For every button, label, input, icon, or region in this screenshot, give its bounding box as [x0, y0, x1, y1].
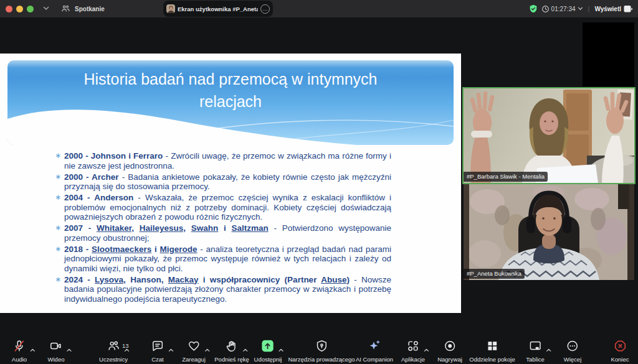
chevron-up-icon[interactable]	[168, 343, 174, 355]
chevron-up-icon[interactable]	[67, 343, 72, 355]
slide-bullet: ∗2018 - Slootmaeckers i Migerode - anali…	[55, 245, 391, 274]
slide-title: Historia badań nad przemocą w intymnych …	[25, 68, 436, 113]
toolbar-nagrywaj[interactable]: Nagrywaj	[437, 340, 462, 363]
camera-icon	[49, 339, 63, 355]
titlebar-divider: |	[588, 5, 590, 12]
toolbar-oddzielne-pokoje[interactable]: Oddzielne pokoje	[469, 340, 515, 363]
video-tile-camera-off[interactable]	[583, 22, 634, 86]
toolbar-label: Audio	[12, 356, 27, 363]
slide-bullet: ∗2000 - Johnson i Ferraro - Zwrócili uwa…	[55, 151, 391, 170]
meeting-timer-value: 01:27:34	[551, 6, 576, 12]
toolbar-udostępnij[interactable]: Udostępnij	[254, 340, 282, 363]
slide-bullet: ∗2000 - Archer - Badania ankietowe pokaz…	[55, 172, 391, 192]
aneta-video-art	[464, 184, 634, 280]
toolbar-uczestnicy[interactable]: 13Uczestnicy	[99, 340, 128, 363]
bullet-asterisk-icon: ∗	[55, 245, 61, 254]
toolbar-label: Czat	[151, 356, 164, 363]
slide-bullet: ∗2007 - Whitaker, Haileyesus, Swahn i Sa…	[55, 223, 391, 243]
toolbar-label: Koniec	[611, 356, 629, 363]
toolbar-ai-companion[interactable]: AI Companion	[356, 340, 393, 363]
security-shield-icon[interactable]	[528, 4, 538, 14]
tab-meeting[interactable]: Spotkanie	[61, 0, 105, 17]
zoom-app-window: Spotkanie Ekran użytkownika #P_Aneta … 0…	[0, 0, 638, 364]
meeting-toolbar: AudioWideo13UczestnicyCzatZareagujPodnie…	[0, 336, 638, 364]
bullet-asterisk-icon: ∗	[55, 172, 61, 182]
toolbar-label: Narzędzia prowadzącego	[288, 356, 355, 363]
chevron-up-icon[interactable]	[279, 343, 284, 355]
breakout-icon	[485, 339, 499, 355]
more-icon	[566, 339, 579, 355]
bullet-asterisk-icon: ∗	[55, 275, 61, 285]
tab-avatar	[166, 4, 175, 13]
fullscreen-window-button[interactable]	[27, 6, 34, 12]
toolbar-więcej[interactable]: Więcej	[564, 340, 582, 363]
toolbar-tablice[interactable]: Tablice	[526, 340, 545, 363]
video-tile-aneta[interactable]: #P_Aneta Bukowska	[464, 184, 634, 280]
chevron-up-icon[interactable]	[204, 343, 210, 355]
toolbar-label: Tablice	[526, 356, 545, 363]
chevron-up-icon[interactable]	[242, 343, 248, 355]
slide-bullets: ∗2000 - Johnson i Ferraro - Zwrócili uwa…	[55, 151, 391, 306]
tab-screen-share-label: Ekran użytkownika #P_Aneta	[178, 6, 258, 12]
toolbar-czat[interactable]: Czat	[151, 340, 164, 363]
titlebar-chevron-down-icon[interactable]	[43, 4, 49, 12]
tab-options-ellipsis-icon[interactable]: …	[260, 4, 270, 14]
barbara-video-art	[464, 88, 634, 183]
toolbar-label: Udostępnij	[254, 356, 282, 363]
video-tile-barbara[interactable]: #P_Barbara Sławik - Mentalia	[462, 87, 636, 184]
toolbar-label: Podnieś rękę	[214, 356, 249, 363]
toolbar-podnieś-rękę[interactable]: Podnieś rękę	[214, 340, 249, 363]
bullet-asterisk-icon: ∗	[55, 151, 61, 161]
toolbar-label: Nagrywaj	[437, 356, 462, 363]
close-window-button[interactable]	[6, 6, 12, 12]
minimize-window-button[interactable]	[16, 6, 23, 12]
clock-icon	[541, 5, 550, 13]
view-button[interactable]: Wyświetl	[594, 5, 633, 13]
chat-icon	[151, 339, 164, 355]
toolbar-aplikacje[interactable]: Aplikacje	[401, 340, 425, 363]
share-icon	[261, 339, 275, 355]
apps-icon	[406, 339, 420, 355]
toolbar-label: Uczestnicy	[99, 356, 128, 363]
timer-chevron-down-icon[interactable]	[578, 7, 583, 11]
video-tile-aneta-name: #P_Aneta Bukowska	[464, 269, 525, 279]
tab-screen-share[interactable]: Ekran użytkownika #P_Aneta …	[163, 1, 273, 17]
slide-bullet: ∗2004 - Anderson - Wskazała, że przemoc …	[55, 193, 391, 222]
window-titlebar: Spotkanie Ekran użytkownika #P_Aneta … 0…	[0, 0, 638, 17]
raise-hand-icon	[225, 339, 239, 355]
toolbar-label: Więcej	[564, 356, 582, 363]
meeting-people-icon	[61, 4, 70, 13]
slide-bullet: ∗2024 - Lysova, Hanson, Mackay i współpr…	[55, 275, 391, 304]
toolbar-audio[interactable]: Audio	[12, 340, 27, 363]
end-call-icon	[613, 339, 627, 355]
meeting-timer[interactable]: 01:27:34	[541, 5, 583, 13]
view-button-label: Wyświetl	[594, 6, 621, 12]
view-layout-icon	[624, 5, 633, 13]
toolbar-label: Oddzielne pokoje	[469, 356, 515, 363]
mic-muted-icon	[12, 339, 26, 355]
chevron-up-icon[interactable]	[424, 343, 429, 355]
toolbar-koniec[interactable]: Koniec	[611, 340, 629, 363]
chevron-up-icon[interactable]	[124, 343, 130, 355]
heart-icon	[187, 339, 201, 355]
toolbar-label: Aplikacje	[401, 356, 425, 363]
toolbar-label: AI Companion	[356, 356, 393, 363]
tab-meeting-label: Spotkanie	[75, 6, 105, 12]
toolbar-zareaguj[interactable]: Zareaguj	[182, 340, 206, 363]
chevron-up-icon[interactable]	[30, 343, 36, 355]
video-tile-barbara-name: #P_Barbara Sławik - Mentalia	[464, 172, 548, 182]
shared-screen-slide: Historia badań nad przemocą w intymnych …	[0, 54, 461, 313]
chevron-up-icon[interactable]	[546, 343, 551, 355]
toolbar-label: Wideo	[48, 356, 65, 363]
slide-title-line1: Historia badań nad przemocą w intymnych	[25, 68, 436, 90]
record-icon	[443, 339, 457, 355]
slide-title-line2: relacjach	[25, 90, 436, 113]
sparkle-icon	[368, 339, 381, 355]
shield-icon	[315, 339, 328, 355]
toolbar-wideo[interactable]: Wideo	[48, 340, 65, 363]
participants-icon	[107, 339, 120, 355]
bullet-asterisk-icon: ∗	[55, 223, 61, 233]
toolbar-narzędzia-prowadzącego[interactable]: Narzędzia prowadzącego	[288, 340, 355, 363]
whiteboard-icon	[528, 339, 542, 355]
toolbar-label: Zareaguj	[182, 356, 206, 363]
